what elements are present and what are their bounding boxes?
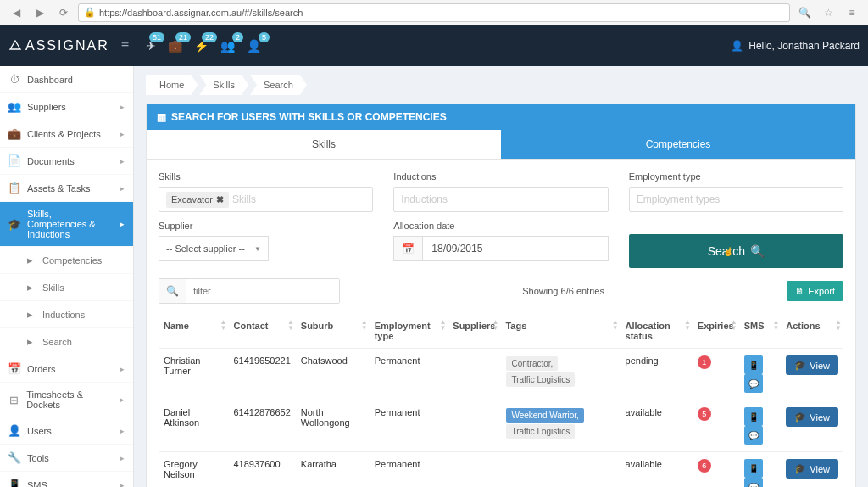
sidebar-item[interactable]: 📄Documents▸ bbox=[0, 148, 133, 175]
view-button[interactable]: 🎓View bbox=[786, 407, 838, 427]
sidebar-item[interactable]: 📅Orders▸ bbox=[0, 355, 133, 383]
browser-url-bar[interactable]: 🔒 https://dashboard.assignar.com.au/#/sk… bbox=[78, 3, 790, 22]
sidebar-item[interactable]: 🔧Tools▸ bbox=[0, 445, 133, 472]
sidebar-item-label: Clients & Projects bbox=[27, 129, 101, 139]
sidebar-icon: ▸ bbox=[24, 254, 36, 266]
tag-pill[interactable]: Contractor, bbox=[506, 356, 558, 371]
column-header[interactable]: Suburb▲▼ bbox=[296, 314, 370, 349]
cell-employment: Permanent bbox=[370, 400, 448, 452]
skill-tag-chip[interactable]: Excavator ✖ bbox=[166, 192, 229, 208]
expiry-badge[interactable]: 1 bbox=[698, 355, 711, 369]
column-header[interactable]: Employment type▲▼ bbox=[370, 314, 448, 349]
inductions-input[interactable]: Inductions bbox=[393, 187, 608, 212]
remove-skill-icon[interactable]: ✖ bbox=[216, 194, 224, 205]
search-icon: 🔍 bbox=[750, 244, 765, 258]
sidebar-item[interactable]: 👤Users▸ bbox=[0, 417, 133, 445]
cursor-icon: ☝ bbox=[723, 247, 733, 256]
sidebar-item-label: Search bbox=[42, 337, 72, 347]
notif-icon[interactable]: 👤5 bbox=[247, 39, 261, 53]
sidebar-item[interactable]: ▸Inductions bbox=[0, 301, 133, 328]
cell-actions: 🎓View bbox=[781, 349, 843, 400]
graduation-icon: 🎓 bbox=[794, 360, 806, 371]
sms-chat-button[interactable]: 💬 bbox=[744, 374, 763, 393]
content: HomeSkillsSearch ▦ SEARCH FOR USERS WITH… bbox=[134, 66, 868, 487]
sidebar-item[interactable]: ▸Competencies bbox=[0, 247, 133, 274]
column-header[interactable]: Actions▲▼ bbox=[781, 314, 843, 349]
sidebar-item-label: Dashboard bbox=[27, 75, 73, 85]
sidebar-item-label: Tools bbox=[27, 453, 49, 463]
breadcrumb-item[interactable]: Home bbox=[146, 75, 198, 95]
panel-header: ▦ SEARCH FOR USERS WITH SKILLS OR COMPET… bbox=[147, 104, 855, 130]
sidebar-item[interactable]: 👥Suppliers▸ bbox=[0, 93, 133, 120]
sort-icon: ▲▼ bbox=[772, 319, 779, 331]
user-section[interactable]: 👤 Hello, Jonathan Packard bbox=[731, 40, 860, 52]
sidebar: ⏱Dashboard👥Suppliers▸💼Clients & Projects… bbox=[0, 66, 134, 487]
notif-badge: 2 bbox=[232, 32, 243, 42]
chevron-right-icon: ▸ bbox=[120, 103, 125, 111]
expiry-badge[interactable]: 5 bbox=[698, 407, 711, 421]
column-header[interactable]: Tags▲▼ bbox=[500, 314, 620, 349]
notif-icon[interactable]: ✈51 bbox=[146, 39, 156, 53]
browser-back-icon[interactable]: ◀ bbox=[7, 3, 25, 22]
sms-phone-button[interactable]: 📱 bbox=[744, 355, 763, 374]
sidebar-item[interactable]: ⏱Dashboard bbox=[0, 66, 133, 93]
menu-toggle-icon[interactable]: ≡ bbox=[121, 38, 129, 53]
sidebar-item-label: Skills, Competencies & Inductions bbox=[27, 209, 114, 239]
browser-menu-icon[interactable]: ≡ bbox=[843, 3, 861, 22]
employment-label: Employment type bbox=[629, 171, 843, 182]
employment-input[interactable]: Employment types bbox=[629, 187, 843, 212]
logo[interactable]: ASSIGNAR bbox=[8, 38, 109, 53]
bookmark-star-icon[interactable]: ☆ bbox=[819, 3, 837, 22]
allocation-date-input[interactable]: 📅 18/09/2015 bbox=[393, 236, 608, 261]
tag-pill[interactable]: Traffic Logistics bbox=[506, 424, 575, 439]
column-header[interactable]: Expiries▲▼ bbox=[693, 314, 739, 349]
cell-actions: 🎓View bbox=[781, 452, 843, 488]
view-button[interactable]: 🎓View bbox=[786, 355, 838, 375]
export-button[interactable]: 🗎 Export bbox=[787, 281, 843, 301]
browser-reload-icon[interactable]: ⟳ bbox=[54, 3, 73, 22]
notif-icon[interactable]: 💼21 bbox=[168, 39, 182, 53]
sidebar-item-label: Documents bbox=[27, 156, 75, 166]
column-header[interactable]: Allocation status▲▼ bbox=[620, 314, 693, 349]
search-button[interactable]: ☝ Search 🔍 bbox=[629, 234, 843, 268]
column-header[interactable]: Name▲▼ bbox=[159, 314, 229, 349]
tag-pill[interactable]: Weekend Warrior, bbox=[506, 408, 583, 423]
sms-chat-button[interactable]: 💬 bbox=[744, 478, 763, 487]
column-header[interactable]: Suppliers▲▼ bbox=[448, 314, 500, 349]
view-button[interactable]: 🎓View bbox=[786, 459, 838, 479]
notif-icon[interactable]: 👥2 bbox=[220, 39, 235, 53]
tag-pill[interactable]: Traffic Logistics bbox=[506, 372, 575, 387]
sms-phone-button[interactable]: 📱 bbox=[744, 459, 763, 478]
search-icon[interactable]: 🔍 bbox=[795, 3, 814, 22]
sidebar-item[interactable]: 💼Clients & Projects▸ bbox=[0, 120, 133, 148]
filter-input[interactable] bbox=[186, 279, 339, 303]
breadcrumb-item[interactable]: Skills bbox=[199, 75, 248, 95]
sidebar-item[interactable]: ⊞Timesheets & Dockets▸ bbox=[0, 383, 133, 417]
sidebar-item[interactable]: 📱SMS▸ bbox=[0, 472, 133, 487]
sms-phone-button[interactable]: 📱 bbox=[744, 407, 763, 426]
chevron-right-icon: ▸ bbox=[120, 454, 125, 462]
column-header[interactable]: Contact▲▼ bbox=[229, 314, 296, 349]
cell-tags bbox=[500, 452, 620, 488]
lock-icon: 🔒 bbox=[84, 7, 96, 18]
tab-competencies[interactable]: Competencies bbox=[501, 130, 855, 160]
cell-expiries: 6 bbox=[693, 452, 739, 488]
sidebar-item[interactable]: ▸Search bbox=[0, 328, 133, 355]
sidebar-item[interactable]: 🎓Skills, Competencies & Inductions▸ bbox=[0, 202, 133, 247]
skills-input[interactable]: Excavator ✖ Skills bbox=[159, 187, 373, 212]
expiry-badge[interactable]: 6 bbox=[698, 459, 711, 473]
graduation-icon: 🎓 bbox=[794, 463, 806, 474]
sms-chat-button[interactable]: 💬 bbox=[744, 426, 763, 445]
sidebar-item[interactable]: ▸Skills bbox=[0, 274, 133, 301]
notif-icon[interactable]: ⚡22 bbox=[194, 39, 209, 53]
browser-forward-icon[interactable]: ▶ bbox=[31, 3, 49, 22]
url-text: https://dashboard.assignar.com.au/#/skil… bbox=[99, 8, 303, 18]
supplier-select[interactable]: -- Select supplier -- bbox=[159, 236, 269, 261]
sidebar-item[interactable]: 📋Assets & Tasks▸ bbox=[0, 175, 133, 202]
column-header[interactable]: SMS▲▼ bbox=[739, 314, 782, 349]
tab-skills[interactable]: Skills bbox=[147, 130, 501, 160]
chevron-right-icon: ▸ bbox=[120, 481, 125, 488]
sidebar-item-label: Suppliers bbox=[27, 102, 66, 112]
breadcrumb-item[interactable]: Search bbox=[250, 75, 307, 95]
panel-title: SEARCH FOR USERS WITH SKILLS OR COMPETEN… bbox=[171, 111, 447, 123]
